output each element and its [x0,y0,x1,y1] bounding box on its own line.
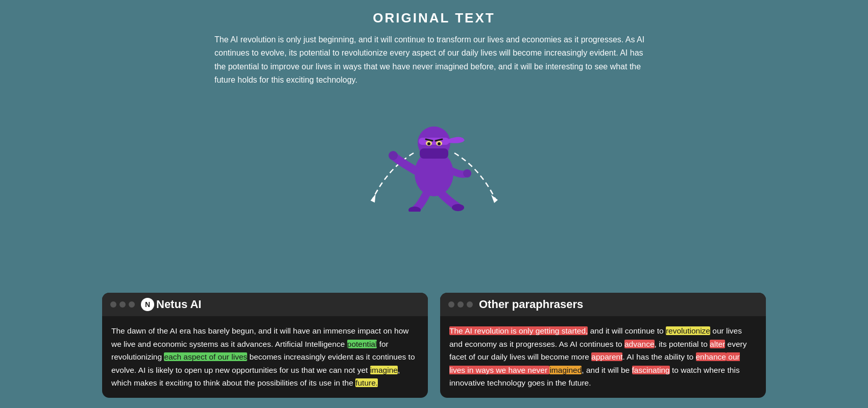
other-highlight-alter: alter [710,340,725,348]
dot-1 [110,301,116,308]
other-text-6: , and it will be [582,366,632,374]
netus-highlight-future: future. [355,378,378,387]
other-highlight-fascinating: fascinating [632,366,670,374]
other-title-text: Other paraphrasers [479,298,583,311]
original-text-section: ORIGINAL TEXT The AI revolution is only … [214,10,654,87]
netus-panel-body: The dawn of the AI era has barely begun,… [102,316,428,398]
svg-rect-2 [419,138,449,145]
svg-marker-15 [491,195,498,203]
other-dot-2 [457,301,464,308]
ninja-character [388,99,480,212]
panels-container: N Netus AI The dawn of the AI era has ba… [102,293,766,398]
other-dot-1 [448,301,454,308]
svg-marker-14 [369,194,378,203]
svg-rect-9 [420,148,448,159]
other-text-1: and it will continue to [588,326,666,335]
netus-panel-title: N Netus AI [141,298,201,311]
netus-panel-header: N Netus AI [102,293,428,316]
other-text-5: . AI has the ability to [622,352,695,361]
dot-3 [129,301,135,308]
original-text-title: ORIGINAL TEXT [214,10,654,26]
other-panel: Other paraphrasers The AI revolution is … [440,293,766,398]
netus-logo-icon: N [141,298,154,311]
other-text-3: , its potential to [655,340,710,348]
netus-highlight-imagine: imagine [370,366,398,374]
netus-panel: N Netus AI The dawn of the AI era has ba… [102,293,428,398]
svg-point-13 [452,204,464,211]
other-highlight-revolutionize: revolutionize [666,326,710,335]
other-panel-body: The AI revolution is only getting starte… [440,316,766,398]
other-panel-title: Other paraphrasers [479,298,583,311]
other-highlight-1: The AI revolution is only getting starte… [449,326,588,335]
other-highlight-enhance: enhance [696,352,726,361]
original-text-body: The AI revolution is only just beginning… [214,33,654,87]
netus-highlight-each-aspect: each aspect of our lives [164,352,247,361]
svg-point-5 [427,142,430,145]
other-panel-dots [448,301,473,308]
page-container: ORIGINAL TEXT The AI revolution is only … [0,0,868,408]
other-panel-header: Other paraphrasers [440,293,766,316]
netus-panel-dots [110,301,135,308]
other-highlight-apparent: apparent [591,352,622,361]
netus-title-text: Netus AI [156,298,201,311]
other-dot-3 [467,301,473,308]
svg-point-10 [389,151,398,160]
svg-point-11 [463,169,471,177]
dot-2 [119,301,126,308]
svg-point-6 [438,142,441,145]
netus-highlight-potential: potential [347,340,377,348]
other-highlight-imagined: imagined [549,366,582,374]
other-highlight-advance: advance [624,340,655,348]
